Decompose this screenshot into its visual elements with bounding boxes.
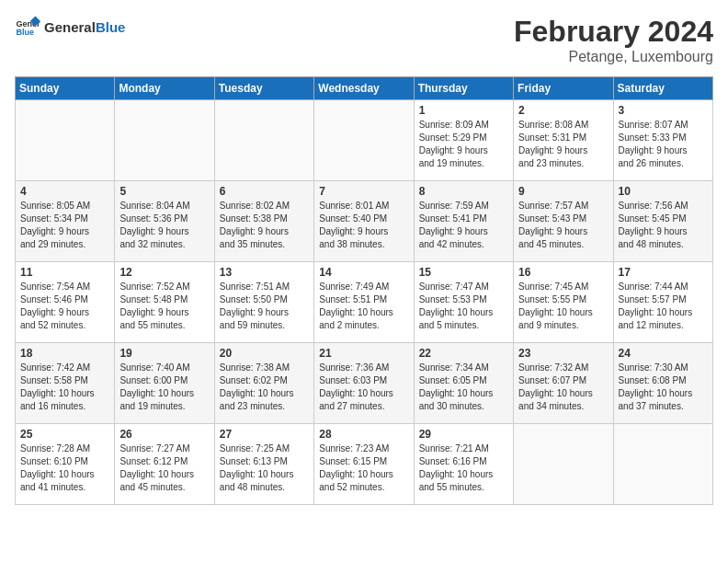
calendar-day-cell: 12Sunrise: 7:52 AM Sunset: 5:48 PM Dayli… (115, 262, 214, 343)
day-number: 7 (319, 185, 408, 198)
calendar-week-row: 1Sunrise: 8:09 AM Sunset: 5:29 PM Daylig… (16, 100, 713, 181)
calendar-day-cell: 20Sunrise: 7:38 AM Sunset: 6:02 PM Dayli… (214, 343, 313, 424)
calendar-week-row: 4Sunrise: 8:05 AM Sunset: 5:34 PM Daylig… (16, 181, 713, 262)
calendar-day-cell: 14Sunrise: 7:49 AM Sunset: 5:51 PM Dayli… (314, 262, 414, 343)
weekday-header-cell: Tuesday (214, 77, 313, 100)
calendar-day-cell: 29Sunrise: 7:21 AM Sunset: 6:16 PM Dayli… (414, 424, 513, 505)
day-number: 14 (319, 266, 408, 279)
day-number: 22 (419, 347, 508, 360)
day-number: 19 (119, 347, 209, 360)
day-info: Sunrise: 7:44 AM Sunset: 5:57 PM Dayligh… (619, 281, 708, 332)
calendar-day-cell: 11Sunrise: 7:54 AM Sunset: 5:46 PM Dayli… (16, 262, 115, 343)
logo-blue: Blue (96, 19, 126, 35)
calendar-day-cell (16, 100, 115, 181)
calendar-day-cell (115, 100, 214, 181)
weekday-header-cell: Thursday (414, 77, 513, 100)
weekday-header-cell: Saturday (613, 77, 712, 100)
day-number: 10 (619, 185, 708, 198)
day-number: 25 (20, 428, 109, 441)
day-number: 1 (419, 104, 508, 117)
day-info: Sunrise: 7:52 AM Sunset: 5:48 PM Dayligh… (119, 281, 209, 332)
day-number: 15 (419, 266, 508, 279)
calendar-day-cell: 6Sunrise: 8:02 AM Sunset: 5:38 PM Daylig… (214, 181, 313, 262)
day-number: 13 (220, 266, 309, 279)
day-number: 5 (119, 185, 209, 198)
logo-general: General (44, 19, 96, 35)
day-info: Sunrise: 7:34 AM Sunset: 6:05 PM Dayligh… (419, 362, 508, 413)
day-info: Sunrise: 7:56 AM Sunset: 5:45 PM Dayligh… (619, 200, 708, 251)
logo: General Blue GeneralBlue (15, 15, 125, 40)
calendar-day-cell: 27Sunrise: 7:25 AM Sunset: 6:13 PM Dayli… (214, 424, 313, 505)
day-number: 20 (220, 347, 309, 360)
day-number: 28 (319, 428, 408, 441)
weekday-header-cell: Wednesday (314, 77, 414, 100)
day-number: 6 (220, 185, 309, 198)
title-block: February 2024 Petange, Luxembourg (514, 15, 713, 65)
day-number: 18 (20, 347, 109, 360)
day-info: Sunrise: 7:42 AM Sunset: 5:58 PM Dayligh… (20, 362, 109, 413)
day-info: Sunrise: 7:40 AM Sunset: 6:00 PM Dayligh… (119, 362, 209, 413)
day-info: Sunrise: 8:04 AM Sunset: 5:36 PM Dayligh… (119, 200, 209, 251)
day-info: Sunrise: 7:51 AM Sunset: 5:50 PM Dayligh… (220, 281, 309, 332)
calendar-week-row: 11Sunrise: 7:54 AM Sunset: 5:46 PM Dayli… (16, 262, 713, 343)
calendar-day-cell: 16Sunrise: 7:45 AM Sunset: 5:55 PM Dayli… (514, 262, 613, 343)
day-number: 8 (419, 185, 508, 198)
day-info: Sunrise: 8:09 AM Sunset: 5:29 PM Dayligh… (419, 119, 508, 170)
calendar-day-cell: 3Sunrise: 8:07 AM Sunset: 5:33 PM Daylig… (613, 100, 712, 181)
calendar-day-cell: 15Sunrise: 7:47 AM Sunset: 5:53 PM Dayli… (414, 262, 513, 343)
day-info: Sunrise: 7:54 AM Sunset: 5:46 PM Dayligh… (20, 281, 109, 332)
day-number: 27 (220, 428, 309, 441)
calendar-day-cell: 8Sunrise: 7:59 AM Sunset: 5:41 PM Daylig… (414, 181, 513, 262)
calendar-table: SundayMondayTuesdayWednesdayThursdayFrid… (15, 76, 713, 505)
day-info: Sunrise: 8:02 AM Sunset: 5:38 PM Dayligh… (220, 200, 309, 251)
calendar-day-cell: 25Sunrise: 7:28 AM Sunset: 6:10 PM Dayli… (16, 424, 115, 505)
day-number: 9 (518, 185, 608, 198)
day-info: Sunrise: 7:47 AM Sunset: 5:53 PM Dayligh… (419, 281, 508, 332)
calendar-day-cell (613, 424, 712, 505)
day-info: Sunrise: 7:30 AM Sunset: 6:08 PM Dayligh… (619, 362, 708, 413)
calendar-day-cell: 23Sunrise: 7:32 AM Sunset: 6:07 PM Dayli… (514, 343, 613, 424)
day-info: Sunrise: 7:57 AM Sunset: 5:43 PM Dayligh… (518, 200, 608, 251)
calendar-day-cell: 21Sunrise: 7:36 AM Sunset: 6:03 PM Dayli… (314, 343, 414, 424)
weekday-header-cell: Friday (514, 77, 613, 100)
calendar-day-cell: 5Sunrise: 8:04 AM Sunset: 5:36 PM Daylig… (115, 181, 214, 262)
day-info: Sunrise: 7:45 AM Sunset: 5:55 PM Dayligh… (518, 281, 608, 332)
day-info: Sunrise: 7:27 AM Sunset: 6:12 PM Dayligh… (119, 442, 209, 494)
logo-icon: General Blue (15, 15, 40, 40)
day-info: Sunrise: 8:05 AM Sunset: 5:34 PM Dayligh… (20, 200, 109, 251)
calendar-day-cell: 17Sunrise: 7:44 AM Sunset: 5:57 PM Dayli… (613, 262, 712, 343)
weekday-header-cell: Sunday (16, 77, 115, 100)
day-info: Sunrise: 7:36 AM Sunset: 6:03 PM Dayligh… (319, 362, 408, 413)
page-header: General Blue GeneralBlue February 2024 P… (15, 15, 713, 65)
day-number: 26 (119, 428, 209, 441)
day-info: Sunrise: 8:08 AM Sunset: 5:31 PM Dayligh… (518, 119, 608, 170)
calendar-day-cell: 13Sunrise: 7:51 AM Sunset: 5:50 PM Dayli… (214, 262, 313, 343)
day-number: 16 (518, 266, 608, 279)
calendar-day-cell: 9Sunrise: 7:57 AM Sunset: 5:43 PM Daylig… (514, 181, 613, 262)
calendar-day-cell (314, 100, 414, 181)
calendar-day-cell: 10Sunrise: 7:56 AM Sunset: 5:45 PM Dayli… (613, 181, 712, 262)
day-number: 21 (319, 347, 408, 360)
day-info: Sunrise: 8:01 AM Sunset: 5:40 PM Dayligh… (319, 200, 408, 251)
day-info: Sunrise: 7:28 AM Sunset: 6:10 PM Dayligh… (20, 442, 109, 494)
calendar-day-cell: 4Sunrise: 8:05 AM Sunset: 5:34 PM Daylig… (16, 181, 115, 262)
day-info: Sunrise: 7:38 AM Sunset: 6:02 PM Dayligh… (220, 362, 309, 413)
day-number: 12 (119, 266, 209, 279)
day-number: 24 (619, 347, 708, 360)
location-subtitle: Petange, Luxembourg (514, 49, 713, 65)
day-info: Sunrise: 7:25 AM Sunset: 6:13 PM Dayligh… (220, 442, 309, 494)
calendar-day-cell: 22Sunrise: 7:34 AM Sunset: 6:05 PM Dayli… (414, 343, 513, 424)
calendar-day-cell: 18Sunrise: 7:42 AM Sunset: 5:58 PM Dayli… (16, 343, 115, 424)
weekday-header-cell: Monday (115, 77, 214, 100)
day-info: Sunrise: 7:23 AM Sunset: 6:15 PM Dayligh… (319, 442, 408, 494)
calendar-day-cell: 1Sunrise: 8:09 AM Sunset: 5:29 PM Daylig… (414, 100, 513, 181)
calendar-day-cell: 2Sunrise: 8:08 AM Sunset: 5:31 PM Daylig… (514, 100, 613, 181)
month-title: February 2024 (514, 15, 713, 49)
day-info: Sunrise: 7:32 AM Sunset: 6:07 PM Dayligh… (518, 362, 608, 413)
calendar-day-cell: 7Sunrise: 8:01 AM Sunset: 5:40 PM Daylig… (314, 181, 414, 262)
calendar-day-cell: 26Sunrise: 7:27 AM Sunset: 6:12 PM Dayli… (115, 424, 214, 505)
calendar-day-cell (214, 100, 313, 181)
day-info: Sunrise: 7:21 AM Sunset: 6:16 PM Dayligh… (419, 442, 508, 494)
calendar-body: 1Sunrise: 8:09 AM Sunset: 5:29 PM Daylig… (16, 100, 713, 505)
weekday-header-row: SundayMondayTuesdayWednesdayThursdayFrid… (16, 77, 713, 100)
